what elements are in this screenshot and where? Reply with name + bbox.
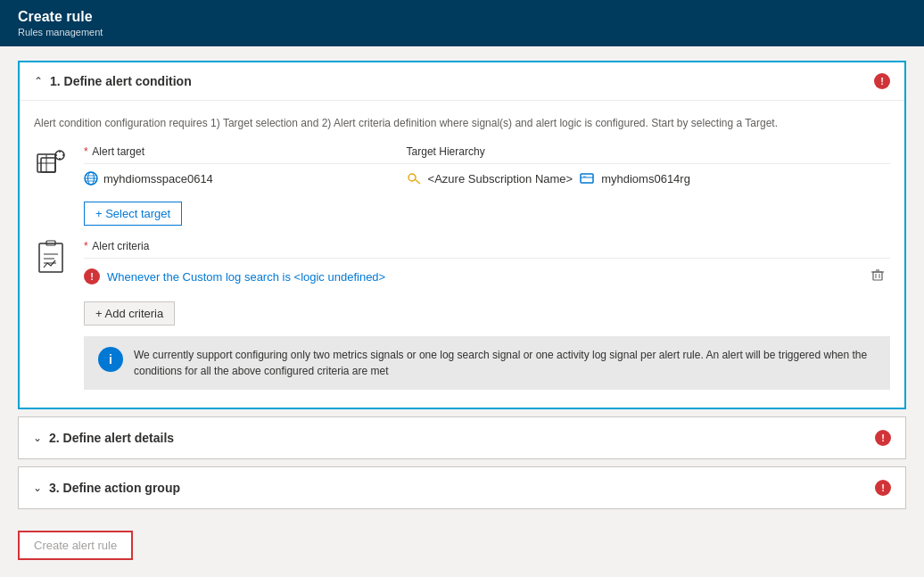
svg-rect-24 <box>873 272 882 280</box>
section3-title: 3. Define action group <box>49 481 180 495</box>
criteria-error-icon: ! <box>84 268 100 284</box>
create-alert-rule-button[interactable]: Create alert rule <box>18 531 133 560</box>
info-icon: i <box>98 347 123 372</box>
section-define-action-group: ⌄ 3. Define action group ! <box>18 466 906 509</box>
chevron-down-icon-3: ⌄ <box>33 482 42 494</box>
section2-header[interactable]: ⌄ 2. Define alert details ! <box>19 417 905 458</box>
section-define-alert-condition: ⌃ 1. Define alert condition ! Alert cond… <box>18 61 906 409</box>
svg-rect-18 <box>583 176 586 177</box>
required-marker: * <box>84 145 88 158</box>
add-criteria-button[interactable]: + Add criteria <box>84 301 175 326</box>
info-box-text: We currently support configuring only tw… <box>134 347 876 379</box>
svg-line-15 <box>415 179 420 184</box>
hierarchy-subscription: <Azure Subscription Name> <box>428 172 573 185</box>
chevron-down-icon-2: ⌄ <box>33 432 42 444</box>
info-box: i We currently support configuring only … <box>84 336 890 390</box>
select-target-button[interactable]: + Select target <box>84 202 182 226</box>
target-value: myhdiomsspace0614 <box>84 171 407 185</box>
alert-criteria-row: * Alert criteria ! Whenever the Custom l… <box>34 240 890 390</box>
page-body: ⌃ 1. Define alert condition ! Alert cond… <box>0 46 924 577</box>
target-hierarchy-label: Target Hierarchy <box>407 145 890 158</box>
section3-error-icon: ! <box>875 480 891 496</box>
section1-header-left: ⌃ 1. Define alert condition <box>34 74 192 88</box>
svg-rect-1 <box>41 158 55 172</box>
page-header: Create rule Rules management <box>0 0 924 46</box>
svg-rect-19 <box>39 243 62 272</box>
section1-title: 1. Define alert condition <box>50 74 192 88</box>
target-values-row: myhdiomsspace0614 <Azure Subscription Na… <box>84 163 890 193</box>
section2-error-icon: ! <box>875 430 891 446</box>
delete-criteria-button[interactable] <box>865 266 890 287</box>
section1-content: Alert condition configuration requires 1… <box>20 101 904 408</box>
alert-target-row: * Alert target Target Hierarchy <box>34 145 890 226</box>
page-subtitle: Rules management <box>18 27 906 37</box>
resource-group-icon <box>580 171 594 185</box>
section-define-alert-details: ⌄ 2. Define alert details ! <box>18 416 906 459</box>
svg-rect-16 <box>581 174 593 183</box>
section2-header-left: ⌄ 2. Define alert details <box>33 431 174 445</box>
section3-header[interactable]: ⌄ 3. Define action group ! <box>19 467 905 508</box>
section1-error-icon: ! <box>874 73 890 89</box>
section3-header-left: ⌄ 3. Define action group <box>33 481 180 495</box>
hierarchy-resource-group: myhdioms0614rg <box>601 172 690 185</box>
criteria-fields: * Alert criteria ! Whenever the Custom l… <box>84 240 890 390</box>
page-title: Create rule <box>18 9 906 25</box>
trash-icon <box>870 268 885 282</box>
field-labels-row: * Alert target Target Hierarchy <box>84 145 890 158</box>
chevron-up-icon: ⌃ <box>34 75 43 87</box>
alert-criteria-label: * Alert criteria <box>84 240 890 252</box>
section1-info-text: Alert condition configuration requires 1… <box>34 115 890 131</box>
criteria-required-marker: * <box>84 240 88 252</box>
criteria-link[interactable]: Whenever the Custom log search is <logic… <box>107 270 865 284</box>
alert-target-label: * Alert target <box>84 145 407 158</box>
key-icon <box>407 171 421 185</box>
section2-title: 2. Define alert details <box>49 431 174 445</box>
target-fields: * Alert target Target Hierarchy <box>84 145 890 226</box>
globe-icon <box>84 171 98 185</box>
hierarchy-value: <Azure Subscription Name> myhdioms0614rg <box>407 171 890 185</box>
criteria-item: ! Whenever the Custom log search is <log… <box>84 258 890 294</box>
target-icon <box>34 145 70 181</box>
target-name: myhdiomsspace0614 <box>103 172 213 185</box>
criteria-icon <box>34 240 70 276</box>
section1-header[interactable]: ⌃ 1. Define alert condition ! <box>20 62 904 101</box>
